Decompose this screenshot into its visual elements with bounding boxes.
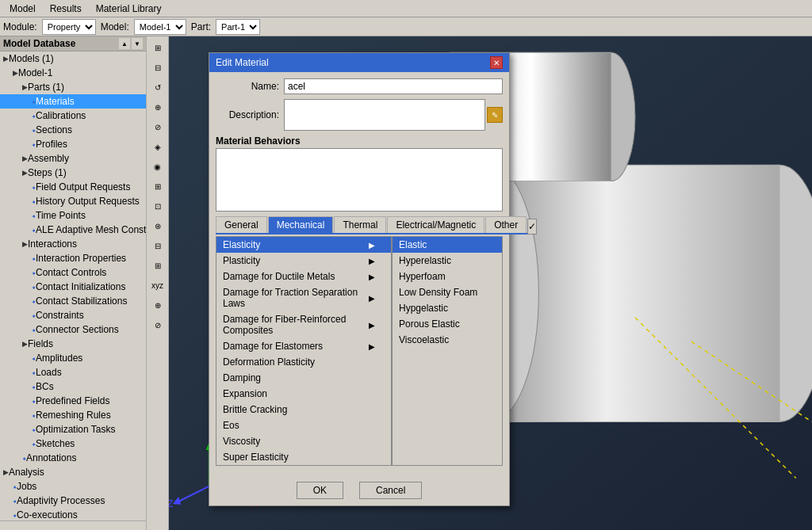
tree-item[interactable]: ⬥ Sections [0,123,146,137]
menu-results[interactable]: Results [44,2,88,16]
menu-item-damage-for-ductile-metals[interactable]: Damage for Ductile Metals▶ [216,269,391,284]
tree-item[interactable]: ⬥ Interaction Properties [0,251,146,265]
tree-item[interactable]: ▶ Fields [0,337,146,351]
tree-item[interactable]: ⬥ Annotations [0,451,146,465]
tab-area: GeneralMechanicalThermalElectrical/Magne… [216,216,503,236]
part-select[interactable]: Part-1 [216,19,260,35]
submenu-item-hypgelastic[interactable]: Hypgelastic [393,300,502,316]
tree-item[interactable]: ▶ Analysis [0,465,146,479]
tree-item[interactable]: ⬥ BCs [0,379,146,394]
tree-item[interactable]: ▶ Model-1 [0,66,146,80]
tab-mechanical[interactable]: Mechanical [268,216,334,233]
submenu-item-viscoelastic[interactable]: Viscoelastic [393,332,502,348]
menu-item-label: Super Elasticity [223,452,289,463]
tool-btn-5[interactable]: ⊘ [148,117,167,136]
tool-btn-10[interactable]: ⊛ [148,216,167,235]
tool-btn-14[interactable]: ⊕ [148,296,167,315]
tree-item[interactable]: ⬥ Profiles [0,137,146,151]
submenu-arrow-icon: ▶ [369,273,375,281]
menu-item-deformation-plasticity[interactable]: Deformation Plasticity [216,354,391,370]
menu-item-damage-for-elastomers[interactable]: Damage for Elastomers▶ [216,338,391,354]
viewport: Y X Z Edit Material ✕ [169,36,812,530]
submenu-item-porous-elastic[interactable]: Porous Elastic [393,316,502,332]
tree-item[interactable]: ▶ Assembly [0,151,146,166]
tree-item[interactable]: ⬥ Sketches [0,437,146,451]
sidebar-expand-btn[interactable]: ▼ [132,38,143,49]
tree-item[interactable]: ▶ Models (1) [0,51,146,66]
check-button[interactable]: ✓ [527,219,537,234]
tree-item[interactable]: ⬥ Connector Sections [0,322,146,337]
tree-item-label: History Output Requests [36,196,140,207]
tab-general[interactable]: General [216,216,267,233]
tree-item[interactable]: ▶ Parts (1) [0,80,146,94]
tool-btn-6[interactable]: ◈ [148,137,167,156]
menu-item-expansion[interactable]: Expansion [216,386,391,402]
tool-btn-8[interactable]: ⊞ [148,177,167,196]
tool-btn-15[interactable]: ⊘ [148,315,167,334]
menu-model[interactable]: Model [3,2,42,16]
part-label: Part: [191,21,211,32]
name-input[interactable] [284,78,503,94]
tree-item[interactable]: ⬥ Optimization Tasks [0,422,146,437]
tree-item[interactable]: ▶ Steps (1) [0,166,146,180]
menu-item-damage-for-fiber-reinforced-composites[interactable]: Damage for Fiber-Reinforced Composites▶ [216,311,391,338]
tool-btn-1[interactable]: ⊞ [148,38,167,57]
tool-btn-7[interactable]: ◉ [148,157,167,176]
tree-item[interactable]: ▶ Interactions [0,237,146,251]
ok-button[interactable]: OK [297,482,343,499]
tree-item[interactable]: ⬥ Contact Controls [0,265,146,280]
module-select[interactable]: Property [42,19,96,35]
tree-item[interactable]: ⬥ Constraints [0,308,146,322]
tree-item[interactable]: ⬥ Predefined Fields [0,394,146,408]
tree-item[interactable]: ⬥ History Output Requests [0,194,146,208]
dialog-close-button[interactable]: ✕ [490,56,503,69]
tool-btn-3[interactable]: ↺ [148,78,167,97]
submenu-item-low-density-foam[interactable]: Low Density Foam [393,284,502,300]
tab-electrical-magnetic[interactable]: Electrical/Magnetic [387,216,485,233]
tool-btn-4[interactable]: ⊕ [148,97,167,116]
tool-btn-13[interactable]: xyz [148,276,167,295]
menu-item-viscosity[interactable]: Viscosity [216,433,391,449]
submenu-item-hyperfoam[interactable]: Hyperfoam [393,269,502,284]
tool-btn-12[interactable]: ⊞ [148,256,167,275]
menu-item-brittle-cracking[interactable]: Brittle Cracking [216,402,391,418]
tree-item[interactable]: ⬥ Materials [0,94,146,109]
menu-item-damage-for-traction-separation-laws[interactable]: Damage for Traction Separation Laws▶ [216,284,391,311]
menu-item-plasticity[interactable]: Plasticity▶ [216,253,391,269]
menu-item-super-elasticity[interactable]: Super Elasticity [216,449,391,465]
tree-item[interactable]: ⬥ Loads [0,365,146,379]
tool-btn-2[interactable]: ⊟ [148,58,167,77]
tree-item[interactable]: ⬥ Calibrations [0,109,146,123]
tool-btn-9[interactable]: ⊡ [148,196,167,215]
tab-other[interactable]: Other [485,216,527,233]
description-edit-icon[interactable]: ✎ [487,107,503,123]
tree-item[interactable]: ⬥ Co-executions [0,508,146,520]
description-input[interactable] [284,99,485,131]
tab-thermal[interactable]: Thermal [334,216,386,233]
menu-item-eos[interactable]: Eos [216,418,391,433]
menu-material-library[interactable]: Material Library [90,2,168,16]
tree-item-label: Interactions [28,238,77,250]
tree-item[interactable]: ⬥ Time Points [0,208,146,223]
tree-item[interactable]: ⬥ Amplitudes [0,351,146,365]
tree-item[interactable]: ⬥ Contact Initializations [0,280,146,294]
tree-item[interactable]: ⬥ Contact Stabilizations [0,294,146,308]
submenu-item-elastic[interactable]: Elastic [393,237,502,253]
menu-item-label: Eos [223,420,239,431]
menu-item-elasticity[interactable]: Elasticity▶ [216,237,391,253]
cancel-button[interactable]: Cancel [359,482,422,499]
tree-item-label: Field Output Requests [36,181,130,193]
model-select[interactable]: Model-1 [134,19,186,35]
folder-icon: ▶ [13,69,18,77]
submenu-item-hyperelastic[interactable]: Hyperelastic [393,253,502,269]
tree-item[interactable]: ⬥ Jobs [0,479,146,494]
tree-item[interactable]: ⬥ Remeshing Rules [0,408,146,422]
tree-item[interactable]: ⬥ Field Output Requests [0,180,146,194]
menu-item-damping[interactable]: Damping [216,370,391,386]
tree-item[interactable]: ⬥ Adaptivity Processes [0,494,146,508]
sidebar-collapse-btn[interactable]: ▲ [119,38,130,49]
submenu-arrow-icon: ▶ [369,321,375,330]
tree-item[interactable]: ⬥ ALE Adaptive Mesh Constraints [0,223,146,237]
menu-item-label: Damage for Ductile Metals [223,271,335,282]
tool-btn-11[interactable]: ⊟ [148,236,167,255]
